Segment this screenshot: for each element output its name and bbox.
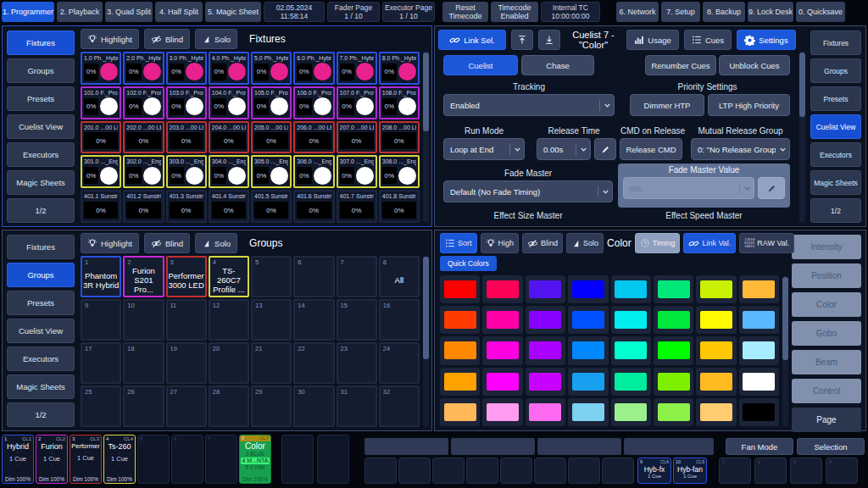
executor-slot-empty[interactable]	[364, 458, 397, 484]
parameter-button-position[interactable]: Position	[792, 263, 861, 288]
color-swatch-cell[interactable]	[611, 306, 651, 334]
playback-cell-hyb-fan[interactable]: 10CL5Hyb-fan1 Cue	[673, 458, 707, 484]
sidebar-groups-win-magic-sheets[interactable]: Magic Sheets	[7, 374, 75, 399]
topbar-3-quad-split[interactable]: 3. Quad Split	[105, 2, 153, 22]
fixture-cell[interactable]: 1.0 Ph._Hybrid0%	[81, 52, 121, 85]
selection-button[interactable]: Selection	[797, 438, 865, 455]
color-swatch-cell[interactable]	[568, 368, 608, 396]
color-swatch-cell[interactable]	[568, 275, 608, 303]
executor-slot-empty[interactable]	[466, 458, 498, 484]
fixture-cell[interactable]: 302.0 ..._Engine0%	[123, 155, 164, 188]
sidebar-fixtures-win-cuelist-view[interactable]: Cuelist View	[7, 114, 75, 139]
fixture-cell[interactable]: 307.0 ..._Engine0%	[337, 155, 377, 188]
color-swatch-cell[interactable]	[440, 368, 480, 396]
color-swatch-cell[interactable]	[526, 368, 565, 396]
fixture-cell[interactable]: 206.0 ...00 LED0%	[293, 121, 334, 154]
color-swatch-cell[interactable]	[739, 398, 779, 426]
groups-scrollbar[interactable]	[423, 256, 429, 427]
fade-master-value-edit-button[interactable]	[758, 177, 785, 199]
group-cell-empty[interactable]: 6	[293, 256, 334, 297]
group-cell-empty[interactable]: 13	[251, 299, 292, 341]
blind-button[interactable]: Blind	[144, 29, 190, 49]
playback-slot-empty[interactable]	[281, 435, 314, 484]
group-cell-empty[interactable]: 10	[123, 299, 164, 341]
fixture-cell[interactable]: 105.0 F._Profile0%	[251, 86, 292, 119]
sidebar-fixtures-win-fixtures[interactable]: Fixtures	[7, 30, 75, 55]
release-time-edit-button[interactable]	[594, 138, 616, 160]
group-cell-empty[interactable]: 16	[379, 299, 420, 341]
executor-bar-empty[interactable]	[624, 438, 714, 455]
highlight-button[interactable]: Highlight	[81, 29, 139, 49]
executor-slot-empty[interactable]	[602, 458, 634, 484]
cuelist-scrollbar[interactable]	[799, 52, 805, 223]
executor-slot-empty[interactable]	[500, 458, 532, 484]
fixture-cell[interactable]: 106.0 F._Profile0%	[293, 86, 334, 119]
solo-button[interactable]: Solo	[566, 233, 604, 253]
tracking-dropdown[interactable]: Enabled	[443, 94, 615, 116]
color-swatch-cell[interactable]	[440, 306, 480, 334]
executor-slot-empty[interactable]	[534, 458, 566, 484]
color-swatch-cell[interactable]	[440, 275, 480, 303]
color-swatch-cell[interactable]	[526, 275, 565, 303]
group-cell-empty[interactable]: 19	[166, 342, 207, 384]
executor-slot-empty[interactable]: 1	[719, 458, 751, 484]
sidebar-groups-win-1-2[interactable]: 1/2	[7, 402, 75, 427]
color-swatch-cell[interactable]	[739, 336, 779, 364]
group-cell-furion-s201-pro[interactable]: 2Furion S201 Pro...	[123, 256, 164, 297]
color-swatch-cell[interactable]	[611, 398, 651, 426]
fixture-cell[interactable]: 2.0 Ph._Hybrid0%	[123, 52, 164, 85]
sidebar-fixtures-win-presets[interactable]: Presets	[7, 86, 75, 111]
fixture-cell[interactable]: 103.0 F._Profile0%	[166, 86, 207, 119]
fixture-cell[interactable]: 304.0 ..._Engine0%	[209, 155, 249, 188]
executor-bar-empty[interactable]	[537, 438, 621, 455]
link-values-button[interactable]: Link Val.	[683, 233, 736, 253]
color-swatch-cell[interactable]	[739, 275, 779, 303]
playback-cell-color[interactable]: 8CL7Color3 BLUE4 M...NTA5 CYANDim 100%	[239, 435, 271, 484]
fixture-cell[interactable]: 7.0 Ph._Hybrid0%	[337, 52, 377, 85]
color-swatch-cell[interactable]	[654, 275, 693, 303]
mutual-release-group-dropdown[interactable]: 0: "No Release Group"	[691, 138, 790, 160]
color-swatch-cell[interactable]	[482, 368, 522, 396]
executor-bar-empty[interactable]	[451, 438, 535, 455]
run-mode-dropdown[interactable]: Loop at End	[443, 138, 525, 160]
playback-cell-hybrid[interactable]: 1CL1Hybrid-1 Cue-Dim 100%	[2, 435, 34, 484]
groups-scrollbar-thumb[interactable]	[423, 257, 429, 359]
playback-slot-empty[interactable]: 5	[137, 435, 170, 484]
group-cell-empty[interactable]: 5	[251, 256, 292, 297]
topbar-1-programmer[interactable]: 1. Programmer	[2, 2, 54, 22]
group-cell-empty[interactable]: 18	[123, 342, 164, 384]
color-scrollbar-thumb[interactable]	[782, 277, 788, 360]
group-cell-empty[interactable]: 30	[293, 385, 334, 427]
solo-button[interactable]: Solo	[195, 29, 237, 49]
sidebar-groups-win-executors[interactable]: Executors	[7, 347, 75, 371]
color-swatch-cell[interactable]	[696, 336, 736, 364]
executor-slot-empty[interactable]	[568, 458, 600, 484]
executor-slot-empty[interactable]	[432, 458, 465, 484]
link-selection-button[interactable]: Link Sel.	[438, 30, 506, 50]
color-swatch-cell[interactable]	[526, 398, 565, 426]
playback-cell-performer[interactable]: 3CL3Performer-1 Cue-Dim 100%	[70, 435, 102, 484]
highlight-button[interactable]: Highlight	[81, 233, 139, 253]
fixture-cell[interactable]: 301.0 ..._Engine0%	[81, 155, 121, 188]
playback-cell-furion[interactable]: 2CL2Furion-1 Cue-Dim 100%	[36, 435, 68, 484]
parameter-button-color[interactable]: Color	[792, 292, 861, 317]
settings-button[interactable]: Settings	[737, 30, 796, 50]
playback-cell-ts-260[interactable]: 4CL4Ts-260-1 Cue-Dim 100%	[103, 435, 136, 484]
move-down-button[interactable]	[538, 30, 560, 50]
fixture-cell[interactable]: 401.1 Sunstrip II0%	[81, 190, 121, 223]
executor-slot-empty[interactable]: 2	[754, 458, 787, 484]
topbar-8-backup[interactable]: 8. Backup	[703, 2, 745, 22]
sidebar-cuelist-win-cuelist-view[interactable]: Cuelist View	[810, 114, 861, 139]
blind-button[interactable]: Blind	[522, 233, 563, 253]
color-swatch-cell[interactable]	[482, 306, 522, 334]
color-swatch-cell[interactable]	[611, 336, 651, 364]
fixture-cell[interactable]: 5.0 Ph._Hybrid0%	[251, 52, 292, 85]
tab-cuelist[interactable]: Cuelist	[443, 55, 518, 75]
sidebar-cuelist-win-1-2[interactable]: 1/2	[810, 198, 861, 223]
page-button[interactable]: Page	[792, 408, 861, 432]
group-cell-empty[interactable]: 25	[81, 385, 121, 427]
release-cmd-button[interactable]: Release CMD	[620, 138, 682, 160]
raw-values-button[interactable]: 11010 01101 10011 RAW Val.	[739, 233, 794, 253]
color-swatch-cell[interactable]	[526, 336, 565, 364]
color-swatch-cell[interactable]	[568, 306, 608, 334]
